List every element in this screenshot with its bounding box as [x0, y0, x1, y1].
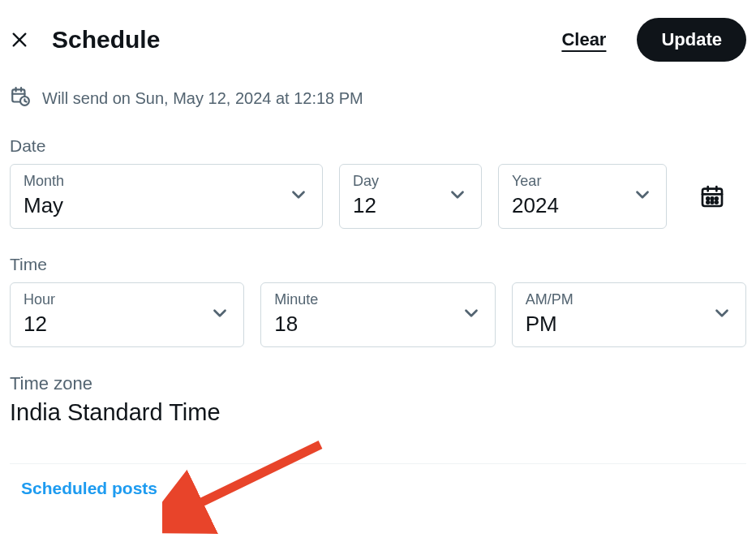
chevron-down-icon — [632, 184, 653, 209]
timezone-label: Time zone — [10, 373, 746, 394]
time-section-label: Time — [10, 255, 746, 274]
time-row: Hour 12 Minute 18 AM/PM PM — [10, 282, 746, 347]
hour-select[interactable]: Hour 12 — [10, 282, 244, 347]
chevron-down-icon — [447, 184, 468, 209]
date-section-label: Date — [10, 136, 746, 156]
svg-point-12 — [711, 197, 714, 200]
svg-point-16 — [715, 201, 718, 204]
svg-point-13 — [715, 197, 718, 200]
month-select[interactable]: Month May — [10, 164, 323, 229]
hour-value: 12 — [24, 312, 230, 337]
header-right: Clear Update — [561, 18, 746, 62]
hour-label: Hour — [24, 291, 230, 308]
month-value: May — [24, 193, 309, 218]
header-left: Schedule — [10, 26, 160, 54]
scheduled-posts-link[interactable]: Scheduled posts — [10, 464, 169, 513]
svg-point-15 — [711, 201, 714, 204]
minute-label: Minute — [274, 291, 481, 308]
clear-button[interactable]: Clear — [561, 29, 606, 50]
send-info-row: Will send on Sun, May 12, 2024 at 12:18 … — [10, 86, 746, 110]
chevron-down-icon — [209, 303, 230, 327]
ampm-select[interactable]: AM/PM PM — [512, 282, 746, 347]
timezone-section: Time zone India Standard Time — [10, 373, 746, 426]
month-label: Month — [24, 173, 309, 190]
header: Schedule Clear Update — [10, 10, 746, 81]
svg-point-14 — [707, 201, 709, 204]
svg-line-18 — [187, 445, 320, 510]
ampm-label: AM/PM — [526, 291, 732, 308]
day-select[interactable]: Day 12 — [339, 164, 482, 229]
send-info-text: Will send on Sun, May 12, 2024 at 12:18 … — [42, 89, 363, 108]
update-button[interactable]: Update — [637, 18, 746, 62]
timezone-value: India Standard Time — [10, 399, 746, 426]
date-row: Month May Day 12 Year 2024 — [10, 164, 746, 229]
year-select[interactable]: Year 2024 — [498, 164, 667, 229]
arrow-annotation-icon — [162, 437, 341, 537]
page-title: Schedule — [52, 26, 160, 54]
calendar-picker-button[interactable] — [693, 164, 732, 229]
minute-select[interactable]: Minute 18 — [260, 282, 495, 347]
calendar-clock-icon — [10, 86, 31, 110]
svg-point-11 — [707, 197, 709, 200]
minute-value: 18 — [274, 312, 481, 337]
ampm-value: PM — [526, 312, 732, 337]
chevron-down-icon — [461, 303, 482, 327]
chevron-down-icon — [288, 184, 309, 209]
close-icon[interactable] — [10, 30, 29, 49]
chevron-down-icon — [711, 303, 732, 327]
